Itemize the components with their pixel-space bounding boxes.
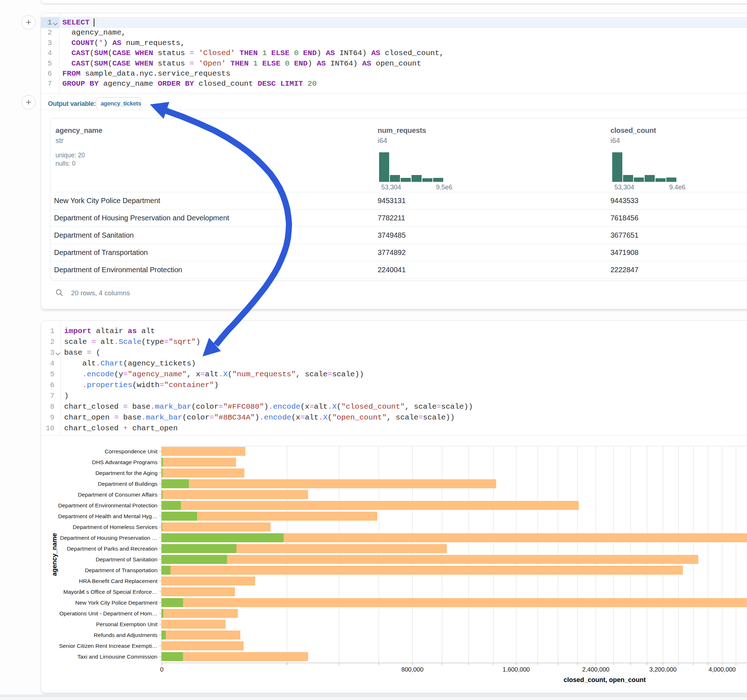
svg-text:4,000,000: 4,000,000 <box>708 666 736 673</box>
svg-text:Correspondence Unit: Correspondence Unit <box>105 448 158 454</box>
svg-text:New York City Police Departmen: New York City Police Department <box>75 599 158 606</box>
svg-text:Department of Parks and Recrea: Department of Parks and Recreation <box>67 546 157 552</box>
svg-text:Department of Environmental Pr: Department of Environmental Protection <box>58 502 157 508</box>
svg-text:Refunds and Adjustments: Refunds and Adjustments <box>94 632 157 638</box>
svg-text:Senior Citizen Rent Increase E: Senior Citizen Rent Increase Exempti… <box>59 643 157 649</box>
svg-text:Department of Sanitation: Department of Sanitation <box>96 556 157 563</box>
svg-text:Mayorâ€ s Office of Special En: Mayorâ€ s Office of Special Enforce… <box>64 589 157 595</box>
svg-text:0: 0 <box>160 666 163 673</box>
svg-text:800,000: 800,000 <box>401 666 423 673</box>
svg-text:Taxi and Limousine Commission: Taxi and Limousine Commission <box>77 653 157 660</box>
svg-text:Operations Unit - Department o: Operations Unit - Department of Hom… <box>59 610 157 617</box>
svg-text:2,400,000: 2,400,000 <box>582 666 610 673</box>
svg-text:closed_count, open_count: closed_count, open_count <box>564 676 646 683</box>
svg-text:Department of Health and Menta: Department of Health and Mental Hyg… <box>58 513 157 519</box>
svg-text:Department of Housing Preserva: Department of Housing Preservation … <box>60 535 157 541</box>
svg-text:1,600,000: 1,600,000 <box>503 666 530 673</box>
svg-text:Department for the Aging: Department for the Aging <box>95 470 157 476</box>
svg-text:3,200,000: 3,200,000 <box>649 666 677 673</box>
svg-text:HRA Benefit Card Replacement: HRA Benefit Card Replacement <box>79 578 158 584</box>
svg-text:agency_name: agency_name <box>51 533 58 576</box>
svg-text:Department of Consumer Affairs: Department of Consumer Affairs <box>78 492 157 498</box>
svg-text:Department of Buildings: Department of Buildings <box>98 481 158 487</box>
svg-text:DHS Advantage Programs: DHS Advantage Programs <box>92 459 157 465</box>
svg-text:Department of Transportation: Department of Transportation <box>85 567 157 573</box>
svg-text:Personal Exemption Unit: Personal Exemption Unit <box>96 621 157 627</box>
svg-text:Department of Homeless Service: Department of Homeless Services <box>73 524 157 530</box>
